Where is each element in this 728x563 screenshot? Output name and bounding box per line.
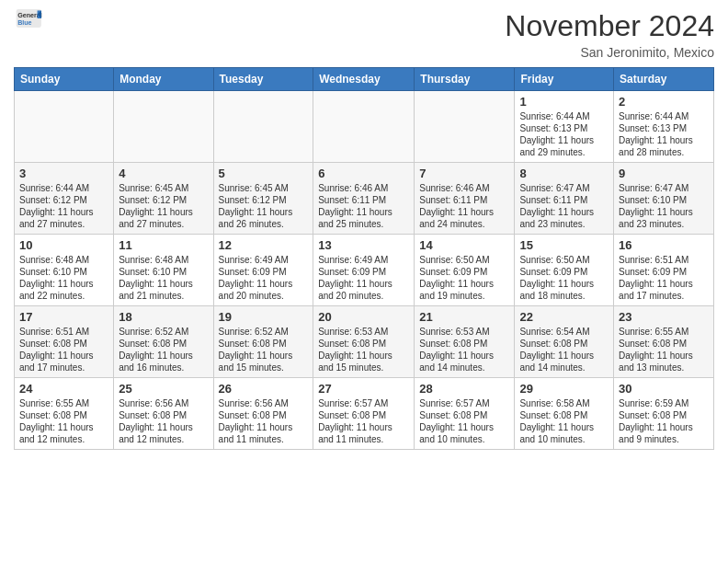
day-number: 6 [318,167,409,180]
week-row-4: 24Sunrise: 6:55 AM Sunset: 6:08 PM Dayli… [15,378,714,450]
day-number: 20 [318,310,409,324]
day-number: 30 [619,382,709,396]
day-info: Sunrise: 6:58 AM Sunset: 6:08 PM Dayligh… [519,397,609,445]
calendar-cell: 11Sunrise: 6:48 AM Sunset: 6:10 PM Dayli… [114,235,213,306]
day-info: Sunrise: 6:44 AM Sunset: 6:13 PM Dayligh… [519,110,609,158]
day-info: Sunrise: 6:57 AM Sunset: 6:08 PM Dayligh… [419,397,509,445]
col-friday: Friday [515,68,614,91]
calendar-cell: 18Sunrise: 6:52 AM Sunset: 6:08 PM Dayli… [114,306,213,378]
svg-text:Blue: Blue [17,19,31,27]
day-number: 5 [219,167,309,180]
main-container: General Blue November 2024 San Jeronimit… [0,0,728,459]
day-info: Sunrise: 6:48 AM Sunset: 6:10 PM Dayligh… [119,254,208,302]
calendar-header-row: Sunday Monday Tuesday Wednesday Thursday… [15,68,714,91]
day-info: Sunrise: 6:53 AM Sunset: 6:08 PM Dayligh… [419,326,509,373]
day-number: 28 [419,382,509,396]
calendar-cell: 15Sunrise: 6:50 AM Sunset: 6:09 PM Dayli… [515,235,614,306]
calendar-cell: 17Sunrise: 6:51 AM Sunset: 6:08 PM Dayli… [15,306,114,378]
day-number: 18 [119,310,208,324]
day-number: 10 [19,238,108,252]
day-info: Sunrise: 6:44 AM Sunset: 6:13 PM Dayligh… [619,110,709,158]
calendar-cell: 30Sunrise: 6:59 AM Sunset: 6:08 PM Dayli… [614,378,714,450]
col-wednesday: Wednesday [313,68,415,91]
header: General Blue November 2024 San Jeronimit… [14,9,714,60]
day-number: 15 [519,238,609,252]
calendar-cell [114,91,213,163]
day-info: Sunrise: 6:59 AM Sunset: 6:08 PM Dayligh… [619,397,709,445]
day-info: Sunrise: 6:57 AM Sunset: 6:08 PM Dayligh… [318,397,409,445]
day-number: 9 [619,167,709,180]
day-info: Sunrise: 6:53 AM Sunset: 6:08 PM Dayligh… [318,326,409,373]
calendar-cell: 3Sunrise: 6:44 AM Sunset: 6:12 PM Daylig… [15,163,114,235]
day-number: 11 [119,238,208,252]
day-number: 29 [519,382,609,396]
calendar-cell: 8Sunrise: 6:47 AM Sunset: 6:11 PM Daylig… [515,163,614,235]
day-info: Sunrise: 6:51 AM Sunset: 6:09 PM Dayligh… [619,254,709,302]
calendar-cell: 28Sunrise: 6:57 AM Sunset: 6:08 PM Dayli… [415,378,515,450]
day-info: Sunrise: 6:47 AM Sunset: 6:10 PM Dayligh… [619,182,709,230]
day-number: 3 [19,167,108,180]
day-info: Sunrise: 6:51 AM Sunset: 6:08 PM Dayligh… [19,326,108,373]
title-section: November 2024 San Jeronimito, Mexico [505,9,714,60]
day-number: 27 [318,382,409,396]
day-info: Sunrise: 6:55 AM Sunset: 6:08 PM Dayligh… [619,326,709,373]
calendar-cell: 24Sunrise: 6:55 AM Sunset: 6:08 PM Dayli… [15,378,114,450]
day-number: 12 [219,238,309,252]
week-row-1: 3Sunrise: 6:44 AM Sunset: 6:12 PM Daylig… [15,163,714,235]
calendar-cell: 14Sunrise: 6:50 AM Sunset: 6:09 PM Dayli… [415,235,515,306]
day-number: 24 [19,382,108,396]
day-info: Sunrise: 6:54 AM Sunset: 6:08 PM Dayligh… [519,326,609,373]
day-info: Sunrise: 6:52 AM Sunset: 6:08 PM Dayligh… [119,326,208,373]
day-info: Sunrise: 6:47 AM Sunset: 6:11 PM Dayligh… [519,182,609,230]
day-info: Sunrise: 6:48 AM Sunset: 6:10 PM Dayligh… [19,254,108,302]
day-info: Sunrise: 6:45 AM Sunset: 6:12 PM Dayligh… [119,182,208,230]
calendar-cell: 20Sunrise: 6:53 AM Sunset: 6:08 PM Dayli… [313,306,415,378]
col-tuesday: Tuesday [213,68,313,91]
day-number: 16 [619,238,709,252]
week-row-0: 1Sunrise: 6:44 AM Sunset: 6:13 PM Daylig… [15,91,714,163]
day-info: Sunrise: 6:55 AM Sunset: 6:08 PM Dayligh… [19,397,108,445]
week-row-3: 17Sunrise: 6:51 AM Sunset: 6:08 PM Dayli… [15,306,714,378]
calendar-cell [213,91,313,163]
day-number: 2 [619,95,709,109]
day-number: 25 [119,382,208,396]
day-info: Sunrise: 6:52 AM Sunset: 6:08 PM Dayligh… [219,326,309,373]
calendar-cell: 25Sunrise: 6:56 AM Sunset: 6:08 PM Dayli… [114,378,213,450]
calendar-cell [313,91,415,163]
col-sunday: Sunday [15,68,114,91]
day-number: 4 [119,167,208,180]
calendar-cell: 9Sunrise: 6:47 AM Sunset: 6:10 PM Daylig… [614,163,714,235]
day-info: Sunrise: 6:56 AM Sunset: 6:08 PM Dayligh… [219,397,309,445]
location: San Jeronimito, Mexico [505,45,714,60]
day-info: Sunrise: 6:49 AM Sunset: 6:09 PM Dayligh… [318,254,409,302]
col-monday: Monday [114,68,213,91]
calendar-cell [415,91,515,163]
day-number: 14 [419,238,509,252]
calendar-cell: 19Sunrise: 6:52 AM Sunset: 6:08 PM Dayli… [213,306,313,378]
calendar-cell [15,91,114,163]
calendar-cell: 6Sunrise: 6:46 AM Sunset: 6:11 PM Daylig… [313,163,415,235]
calendar-cell: 16Sunrise: 6:51 AM Sunset: 6:09 PM Dayli… [614,235,714,306]
day-number: 17 [19,310,108,324]
col-saturday: Saturday [614,68,714,91]
logo: General Blue [14,9,43,28]
calendar-cell: 7Sunrise: 6:46 AM Sunset: 6:11 PM Daylig… [415,163,515,235]
day-number: 26 [219,382,309,396]
calendar-cell: 26Sunrise: 6:56 AM Sunset: 6:08 PM Dayli… [213,378,313,450]
week-row-2: 10Sunrise: 6:48 AM Sunset: 6:10 PM Dayli… [15,235,714,306]
calendar-table: Sunday Monday Tuesday Wednesday Thursday… [14,67,714,450]
day-info: Sunrise: 6:50 AM Sunset: 6:09 PM Dayligh… [419,254,509,302]
day-info: Sunrise: 6:56 AM Sunset: 6:08 PM Dayligh… [119,397,208,445]
day-number: 21 [419,310,509,324]
calendar-cell: 22Sunrise: 6:54 AM Sunset: 6:08 PM Dayli… [515,306,614,378]
calendar-cell: 2Sunrise: 6:44 AM Sunset: 6:13 PM Daylig… [614,91,714,163]
calendar-cell: 29Sunrise: 6:58 AM Sunset: 6:08 PM Dayli… [515,378,614,450]
day-number: 22 [519,310,609,324]
calendar-cell: 12Sunrise: 6:49 AM Sunset: 6:09 PM Dayli… [213,235,313,306]
day-number: 13 [318,238,409,252]
day-info: Sunrise: 6:50 AM Sunset: 6:09 PM Dayligh… [519,254,609,302]
month-title: November 2024 [505,9,714,43]
calendar-cell: 27Sunrise: 6:57 AM Sunset: 6:08 PM Dayli… [313,378,415,450]
calendar-cell: 21Sunrise: 6:53 AM Sunset: 6:08 PM Dayli… [415,306,515,378]
day-info: Sunrise: 6:46 AM Sunset: 6:11 PM Dayligh… [318,182,409,230]
